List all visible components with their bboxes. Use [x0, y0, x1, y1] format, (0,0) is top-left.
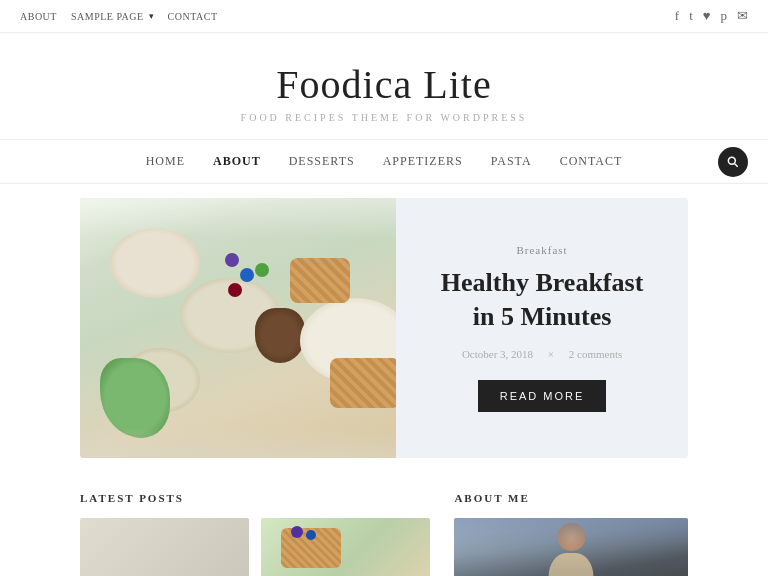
chevron-down-icon: ▾ [149, 11, 154, 21]
cup-decoration [255, 308, 305, 363]
hero-category: Breakfast [516, 244, 567, 256]
twitter-icon[interactable]: t [689, 8, 693, 24]
svg-point-0 [728, 157, 735, 164]
site-title: Foodica Lite [20, 61, 748, 108]
top-bar: ABOUT SAMPLE PAGE ▾ CONTACT f t ♥ p ✉ [0, 0, 768, 33]
waffle-decoration [290, 258, 350, 303]
about-me-section: ABOUT ME [454, 492, 688, 576]
post-thumbnail[interactable] [80, 518, 249, 576]
instagram-icon[interactable]: ♥ [703, 8, 711, 24]
site-header: Foodica Lite FOOD RECIPES THEME FOR WORD… [0, 33, 768, 139]
topbar-sample-link[interactable]: SAMPLE PAGE [71, 11, 144, 22]
hero-image [80, 198, 396, 458]
nav-contact[interactable]: CONTACT [560, 154, 623, 169]
topbar-sample-page-wrapper: SAMPLE PAGE ▾ [71, 11, 154, 22]
post-thumbnail[interactable] [261, 518, 430, 576]
food-illustration [80, 198, 396, 458]
nav-desserts[interactable]: DESSERTS [289, 154, 355, 169]
about-me-title: ABOUT ME [454, 492, 688, 504]
hero-title: Healthy Breakfast in 5 Minutes [428, 266, 656, 334]
greens-decoration [100, 358, 170, 438]
read-more-button[interactable]: READ MORE [478, 380, 607, 412]
social-links: f t ♥ p ✉ [675, 8, 748, 24]
about-me-thumbnail[interactable] [454, 518, 688, 576]
site-tagline: FOOD RECIPES THEME FOR WORDPRESS [20, 112, 748, 123]
berry-decoration [255, 263, 269, 277]
topbar-about-link[interactable]: ABOUT [20, 11, 57, 22]
image-overlay [454, 518, 688, 553]
pinterest-icon[interactable]: p [721, 8, 728, 24]
nav-home[interactable]: HOME [146, 154, 185, 169]
hero-date: October 3, 2018 [462, 348, 533, 360]
facebook-icon[interactable]: f [675, 8, 679, 24]
nav-appetizers[interactable]: APPETIZERS [383, 154, 463, 169]
topbar-contact-link[interactable]: CONTACT [168, 11, 218, 22]
bottom-section: LATEST POSTS ABOUT ME [0, 472, 768, 576]
nav-about[interactable]: ABOUT [213, 154, 261, 169]
hero-comments: 2 comments [569, 348, 622, 360]
berry-decoration [225, 253, 239, 267]
search-button[interactable] [718, 147, 748, 177]
main-nav: HOME ABOUT DESSERTS APPETIZERS PASTA CON… [0, 139, 768, 184]
waffle-decoration [330, 358, 396, 408]
latest-posts-section: LATEST POSTS [80, 492, 430, 576]
hero-meta: October 3, 2018 × 2 comments [456, 348, 628, 360]
image-overlay [80, 428, 396, 458]
search-icon [726, 155, 740, 169]
email-icon[interactable]: ✉ [737, 8, 748, 24]
top-bar-nav: ABOUT SAMPLE PAGE ▾ CONTACT [20, 11, 218, 22]
berry-decoration [228, 283, 242, 297]
nav-pasta[interactable]: PASTA [491, 154, 532, 169]
posts-grid [80, 518, 430, 576]
meta-separator: × [548, 348, 554, 360]
hero-section: Breakfast Healthy Breakfast in 5 Minutes… [80, 198, 688, 458]
hero-content: Breakfast Healthy Breakfast in 5 Minutes… [396, 198, 688, 458]
image-overlay [80, 198, 396, 238]
latest-posts-title: LATEST POSTS [80, 492, 430, 504]
bowl-decoration [110, 228, 200, 298]
berry-decoration [240, 268, 254, 282]
svg-line-1 [734, 163, 737, 166]
